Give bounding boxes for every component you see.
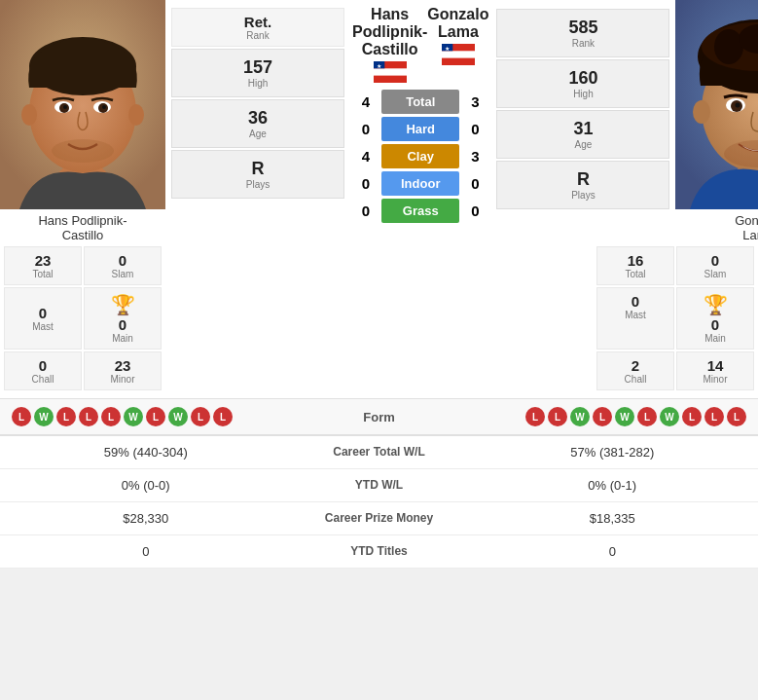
left-total-label: Total: [7, 269, 79, 279]
form-badge-w: W: [34, 407, 54, 426]
right-trophy-cell: 🏆 0 Main: [676, 287, 754, 350]
form-badge-l: L: [101, 407, 121, 426]
left-minor-cell: 23 Minor: [84, 351, 162, 390]
left-flag-svg: ★: [374, 61, 407, 83]
ytd-wl-label: YTD W/L: [282, 478, 477, 493]
right-high-panel: 160 High: [496, 59, 669, 108]
svg-point-26: [714, 29, 743, 64]
h2h-grass-right: 0: [461, 203, 488, 219]
form-badge-l: L: [727, 407, 746, 426]
prize-label: Career Prize Money: [282, 511, 477, 526]
center-names-row: Hans Podlipnik- Castillo ★ Go: [352, 6, 488, 87]
h2h-hard-right: 0: [461, 121, 488, 137]
form-badge-w: W: [570, 407, 590, 426]
form-badge-w: W: [615, 407, 634, 426]
right-spacer: [408, 246, 593, 390]
h2h-hard-row: 0 Hard 0: [352, 117, 488, 141]
right-slam-label: Slam: [679, 269, 751, 279]
h2h-clay-left: 4: [352, 148, 379, 165]
left-form-badges: LWLLLWLWLL: [12, 407, 233, 426]
left-minor-label: Minor: [87, 374, 159, 385]
left-age-panel: 36 Age: [171, 99, 344, 148]
left-flag-center: ★: [352, 61, 427, 87]
titles-label: YTD Titles: [282, 544, 477, 559]
right-rank-panel: 585 Rank: [496, 9, 669, 57]
right-chall-cell: 2 Chall: [596, 351, 674, 390]
svg-point-35: [736, 103, 740, 108]
left-age-value: 36: [176, 108, 340, 129]
form-badge-w: W: [168, 407, 188, 426]
h2h-total-badge: Total: [381, 90, 459, 114]
h2h-total-row: 4 Total 3: [352, 90, 488, 114]
left-photo-area: [0, 0, 165, 209]
right-age-value: 31: [501, 119, 665, 139]
ytd-wl-left: 0% (0-0): [10, 478, 282, 493]
form-badge-l: L: [191, 407, 210, 426]
left-slam-label: Slam: [87, 269, 159, 279]
form-badge-l: L: [548, 407, 567, 426]
h2h-total-left: 4: [352, 93, 379, 110]
ytd-wl-right: 0% (0-1): [477, 478, 749, 493]
right-main-label: Main: [704, 333, 726, 344]
right-high-value: 160: [501, 68, 665, 89]
right-name-line2: Lama: [742, 228, 758, 242]
right-age-label: Age: [501, 139, 665, 150]
right-chall-label: Chall: [599, 374, 671, 385]
right-mast-value: 0: [599, 293, 671, 310]
left-high-panel: 157 High: [171, 49, 344, 97]
form-badge-l: L: [146, 407, 165, 426]
left-mast-value: 0: [39, 305, 47, 321]
left-minor-value: 23: [87, 357, 159, 374]
svg-point-5: [128, 104, 144, 126]
h2h-total-right: 3: [461, 93, 488, 110]
left-player-svg: [0, 0, 165, 209]
svg-text:★: ★: [445, 46, 450, 52]
career-wl-right: 57% (381-282): [477, 445, 749, 460]
form-badge-l: L: [593, 407, 612, 426]
left-plays-panel: R Plays: [171, 150, 344, 199]
left-rank-value: Ret.: [174, 14, 342, 30]
form-badge-w: W: [660, 407, 679, 426]
left-detail-stats-col: 23 Total 0 Slam 0 Mast 🏆 0 Main 0: [0, 246, 165, 390]
right-high-label: High: [501, 89, 665, 99]
h2h-clay-row: 4 Clay 3: [352, 144, 488, 168]
right-player-photo: Gonzalo Lama: [675, 0, 758, 242]
left-player-name-below: Hans Podlipnik- Castillo: [0, 213, 165, 242]
right-plays-panel: R Plays: [496, 161, 669, 209]
right-plays-value: R: [501, 169, 665, 190]
left-plays-value: R: [176, 159, 340, 179]
form-label: Form: [363, 410, 395, 424]
center-right-name: Gonzalo Lama: [427, 6, 488, 41]
left-rank-label: Rank: [174, 30, 342, 41]
left-spacer: [165, 246, 350, 390]
h2h-scores: 4 Total 3 0 Hard 0 4 Clay 3 0: [352, 90, 488, 223]
comparison-section: Hans Podlipnik- Castillo Ret. Rank 157 H…: [0, 0, 758, 242]
form-badge-w: W: [124, 407, 143, 426]
right-main-value: 0: [711, 316, 719, 333]
svg-point-11: [102, 105, 106, 109]
right-plays-label: Plays: [501, 190, 665, 201]
right-photo-area: [675, 0, 758, 209]
right-form-badges: LLWLWLWLLL: [525, 407, 746, 426]
right-slam-cell: 0 Slam: [676, 246, 754, 285]
form-section: LWLLLWLWLL Form LLWLWLWLLL: [0, 398, 758, 434]
bottom-stats: 59% (440-304) Career Total W/L 57% (381-…: [0, 434, 758, 569]
right-detail-stats-col: 16 Total 0 Slam 0 Mast 🏆 0 Main 2: [593, 246, 758, 390]
h2h-grass-badge: Grass: [381, 199, 459, 223]
right-minor-label: Minor: [679, 374, 751, 385]
h2h-indoor-left: 0: [352, 175, 379, 192]
left-main-label: Main: [112, 333, 133, 344]
form-badge-l: L: [213, 407, 233, 426]
left-mast-label: Mast: [32, 321, 54, 332]
form-badge-l: L: [12, 407, 31, 426]
left-name-line1: Hans Podlipnik-: [38, 213, 126, 228]
h2h-grass-row: 0 Grass 0: [352, 199, 488, 223]
center-left-name: Hans Podlipnik- Castillo: [352, 6, 427, 58]
left-high-label: High: [176, 78, 340, 89]
svg-point-12: [52, 139, 114, 163]
center-h2h-col: Hans Podlipnik- Castillo ★ Go: [350, 0, 490, 242]
right-flag-svg: ★: [442, 44, 475, 65]
left-info-col: Ret. Rank 157 High 36 Age R Plays: [165, 0, 350, 242]
h2h-indoor-right: 0: [461, 175, 488, 192]
form-badge-l: L: [79, 407, 98, 426]
